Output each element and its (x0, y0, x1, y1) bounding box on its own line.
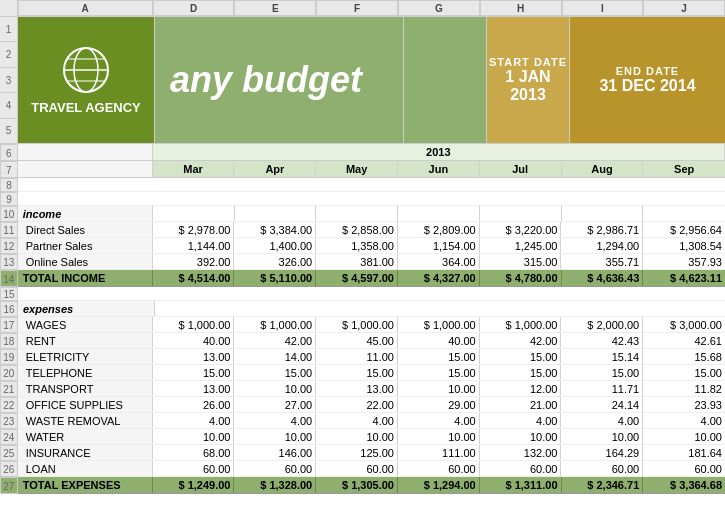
empty-row-9: 9 (0, 192, 725, 206)
direct-sales-row: 11 Direct Sales $ 2,978.00 $ 3,384.00 $ … (0, 222, 725, 238)
telephone-row: 20 TELEPHONE 15.00 15.00 15.00 15.00 15.… (0, 365, 725, 381)
col-header-d: D (153, 0, 235, 16)
col-header-g: G (398, 0, 480, 16)
row-num-6: 6 (0, 144, 18, 161)
month-jul: Jul (480, 161, 562, 177)
total-expenses-label: TOTAL EXPENSES (18, 477, 153, 493)
col-header-h: H (480, 0, 562, 16)
expenses-label: expenses (18, 301, 155, 316)
direct-sales-sep: $ 2,956.64 (643, 222, 725, 237)
header-empty-g (404, 17, 487, 143)
loan-row: 26 LOAN 60.00 60.00 60.00 60.00 60.00 60… (0, 461, 725, 477)
month-aug: Aug (562, 161, 644, 177)
end-date-value: 31 DEC 2014 (599, 77, 695, 95)
col-header-a: A (18, 0, 153, 16)
total-expenses-row: 27 TOTAL EXPENSES $ 1,249.00 $ 1,328.00 … (0, 477, 725, 494)
empty-row-8: 8 (0, 178, 725, 192)
online-sales-row: 13 Online Sales 392.00 326.00 381.00 364… (0, 254, 725, 270)
partner-sales-row: 12 Partner Sales 1,144.00 1,400.00 1,358… (0, 238, 725, 254)
row-num-7: 7 (0, 161, 18, 178)
start-date-cell: START DATE 1 JAN 2013 (487, 17, 570, 143)
start-date-value: 1 JAN 2013 (487, 68, 569, 104)
direct-sales-may: $ 2,858.00 (316, 222, 398, 237)
budget-title: any budget (170, 59, 362, 101)
direct-sales-aug: $ 2,986.71 (561, 222, 643, 237)
wages-row: 17 WAGES $ 1,000.00 $ 1,000.00 $ 1,000.0… (0, 317, 725, 333)
month-may: May (316, 161, 398, 177)
empty-row-15: 15 (0, 287, 725, 301)
direct-sales-apr: $ 3,384.00 (234, 222, 316, 237)
waste-removal-row: 23 WASTE REMOVAL 4.00 4.00 4.00 4.00 4.0… (0, 413, 725, 429)
office-supplies-row: 22 OFFICE SUPPLIES 26.00 27.00 22.00 29.… (0, 397, 725, 413)
electricity-row: 19 ELETRICITY 13.00 14.00 11.00 15.00 15… (0, 349, 725, 365)
col-header-f: F (316, 0, 398, 16)
rent-row: 18 RENT 40.00 42.00 45.00 40.00 42.00 42… (0, 333, 725, 349)
direct-sales-jun: $ 2,809.00 (398, 222, 480, 237)
row-num-2: 2 (0, 42, 17, 67)
col-header-i: I (562, 0, 644, 16)
income-label: income (18, 206, 153, 221)
month-mar: Mar (153, 161, 235, 177)
water-row: 24 WATER 10.00 10.00 10.00 10.00 10.00 1… (0, 429, 725, 445)
row-num-1: 1 (0, 17, 17, 42)
budget-title-cell: any budget (155, 17, 404, 143)
start-date-label: START DATE (489, 56, 567, 68)
col-header-e: E (234, 0, 316, 16)
total-income-label: TOTAL INCOME (18, 270, 153, 286)
month-sep: Sep (643, 161, 725, 177)
total-income-row: 14 TOTAL INCOME $ 4,514.00 $ 5,110.00 $ … (0, 270, 725, 287)
partner-sales-label: Partner Sales (18, 238, 153, 253)
year-row: 6 2013 (0, 144, 725, 161)
end-date-label: END DATE (616, 65, 679, 77)
globe-icon (61, 45, 111, 95)
direct-sales-jul: $ 3,220.00 (480, 222, 562, 237)
end-date-cell: END DATE 31 DEC 2014 (570, 17, 725, 143)
direct-sales-mar: $ 2,978.00 (153, 222, 235, 237)
direct-sales-label: Direct Sales (18, 222, 153, 237)
month-apr: Apr (234, 161, 316, 177)
month-header-row: 7 Mar Apr May Jun Jul Aug Sep (0, 161, 725, 178)
month-jun: Jun (398, 161, 480, 177)
row-num-5: 5 (0, 119, 17, 143)
transport-row: 21 TRANSPORT 13.00 10.00 13.00 10.00 12.… (0, 381, 725, 397)
insurance-row: 25 INSURANCE 68.00 146.00 125.00 111.00 … (0, 445, 725, 461)
row-num-3: 3 (0, 68, 17, 93)
logo-cell: TRAVEL AGENCY (18, 17, 155, 143)
online-sales-label: Online Sales (18, 254, 153, 269)
expenses-section-row: 16 expenses (0, 301, 725, 317)
spreadsheet: A D E F G H I J 1 2 3 4 5 TRAVEL AGENCY (0, 0, 725, 494)
year-header: 2013 (153, 144, 725, 160)
row-num-4: 4 (0, 93, 17, 118)
income-section-row: 10 income (0, 206, 725, 222)
col-header-j: J (643, 0, 725, 16)
agency-name: TRAVEL AGENCY (31, 100, 141, 115)
